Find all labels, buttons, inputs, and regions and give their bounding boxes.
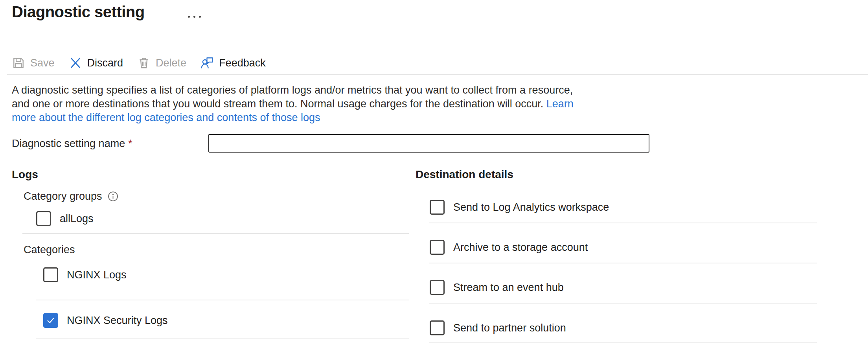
divider [429,263,817,263]
divider [429,342,817,343]
checkbox-row-nginx-security-logs[interactable]: NGINX Security Logs [43,313,168,328]
description-line-1: A diagnostic setting specifies a list of… [12,83,574,97]
nginx-security-logs-checkbox[interactable] [43,313,58,328]
logs-section-heading: Logs [12,168,38,181]
command-bar: Save Discard Delete [12,52,280,74]
checkbox-row-storage-account[interactable]: Archive to a storage account [430,240,588,255]
checkbox-row-nginx-logs[interactable]: NGINX Logs [43,267,127,282]
checkbox-row-event-hub[interactable]: Stream to an event hub [430,280,564,295]
destination-details-heading: Destination details [416,168,513,181]
diagnostic-setting-name-input[interactable] [208,134,649,153]
send-to-partner-solution-label: Send to partner solution [453,322,566,334]
trash-icon [137,56,151,70]
more-options-button[interactable] [186,14,202,19]
stream-to-event-hub-checkbox[interactable] [430,280,445,295]
nginx-logs-checkbox[interactable] [43,267,58,282]
stream-to-event-hub-label: Stream to an event hub [453,282,564,294]
feedback-icon [200,56,214,70]
send-to-log-analytics-label: Send to Log Analytics workspace [453,201,609,213]
categories-label-text: Categories [24,244,75,256]
category-groups-label: Category groups [24,190,118,202]
learn-more-link-continued[interactable]: more about the different log categories … [12,112,320,123]
info-icon[interactable] [108,191,118,202]
divider [22,233,409,234]
feedback-button-label: Feedback [219,57,266,69]
alllogs-checkbox[interactable] [36,211,51,226]
divider [36,300,409,300]
toolbar-divider [7,74,868,75]
diagnostic-setting-page: Diagnostic setting Save Discard [0,0,868,357]
divider [429,223,817,223]
more-icon [188,16,190,18]
description-line-3: more about the different log categories … [12,111,574,125]
page-title: Diagnostic setting [12,3,145,21]
nginx-logs-checkbox-label: NGINX Logs [67,269,127,281]
delete-button-label: Delete [156,57,186,69]
save-button-label: Save [30,57,55,69]
alllogs-checkbox-label: allLogs [60,213,94,225]
feedback-button[interactable]: Feedback [200,56,266,70]
more-icon [199,16,201,18]
checkbox-row-alllogs[interactable]: allLogs [36,211,94,226]
page-description: A diagnostic setting specifies a list of… [12,83,574,125]
save-icon [12,56,25,70]
learn-more-link[interactable]: Learn [546,98,574,110]
required-asterisk: * [128,138,132,149]
divider [429,303,817,304]
divider [36,338,409,339]
delete-button[interactable]: Delete [137,56,186,70]
diagnostic-setting-name-label: Diagnostic setting name* [12,138,132,150]
discard-x-icon [69,56,82,70]
more-icon [193,16,195,18]
diagnostic-setting-name-label-text: Diagnostic setting name [12,138,125,149]
send-to-partner-solution-checkbox[interactable] [430,320,445,335]
archive-to-storage-label: Archive to a storage account [453,241,588,254]
send-to-log-analytics-checkbox[interactable] [430,200,445,215]
nginx-security-logs-checkbox-label: NGINX Security Logs [67,315,168,327]
checkbox-row-partner-solution[interactable]: Send to partner solution [430,320,566,335]
save-button[interactable]: Save [12,56,55,70]
discard-button[interactable]: Discard [69,56,123,70]
description-line-2: and one or more destinations that you wo… [12,97,574,111]
category-groups-label-text: Category groups [24,190,102,202]
checkmark-icon [46,315,56,326]
description-line-2-text: and one or more destinations that you wo… [12,98,546,110]
checkbox-row-log-analytics[interactable]: Send to Log Analytics workspace [430,200,609,215]
discard-button-label: Discard [87,57,123,69]
archive-to-storage-checkbox[interactable] [430,240,445,255]
categories-label: Categories [24,244,75,256]
